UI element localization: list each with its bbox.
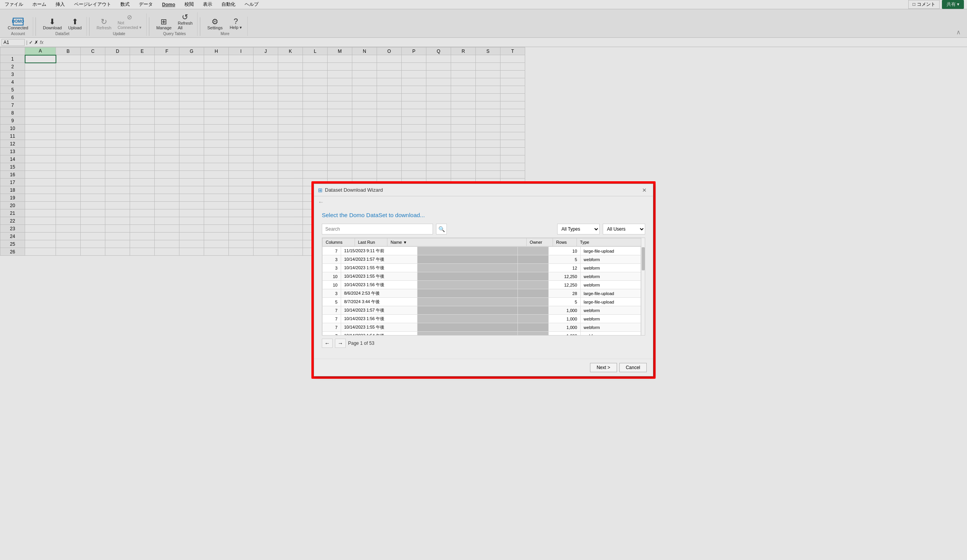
table-row[interactable]: 710/14/2023 1:56 午後1,000webform <box>323 315 641 323</box>
modal-close-button[interactable]: ✕ <box>640 186 649 194</box>
table-cell <box>517 332 548 336</box>
table-cell <box>417 315 517 323</box>
modal-subtitle: Select the Domo DataSet to download... <box>322 212 645 218</box>
table-cell: webform <box>580 272 641 281</box>
table-cell: 10/14/2023 1:55 午後 <box>341 323 417 332</box>
user-filter-select[interactable]: All Users <box>603 224 645 234</box>
table-row[interactable]: 710/14/2023 1:54 午後1,000webform <box>323 332 641 336</box>
table-row[interactable]: 310/14/2023 1:57 午後5webform <box>323 255 641 264</box>
modal-title-area: ⊞ Dataset Download Wizard <box>318 187 383 193</box>
table-cell <box>417 323 517 332</box>
col-header-name: Name ▼ <box>387 238 527 246</box>
table-cell: 5 <box>548 298 580 306</box>
modal-back-button[interactable]: ← <box>318 199 324 206</box>
search-button[interactable]: 🔍 <box>436 224 447 234</box>
modal-nav: ← <box>314 196 653 208</box>
table-cell <box>417 247 517 255</box>
table-cell <box>517 323 548 332</box>
table-cell: 10/14/2023 1:56 午後 <box>341 315 417 323</box>
table-row[interactable]: 1010/14/2023 1:56 午後12,250webform <box>323 281 641 289</box>
table-cell: 1,000 <box>548 315 580 323</box>
table-row[interactable]: 710/14/2023 1:55 午後1,000webform <box>323 323 641 332</box>
table-cell <box>417 289 517 298</box>
table-cell: large-file-upload <box>580 289 641 298</box>
table-cell: 5 <box>323 298 341 306</box>
table-cell <box>417 298 517 306</box>
table-row[interactable]: 58/7/2024 3:44 午後5large-file-upload <box>323 298 641 306</box>
table-cell: 10/14/2023 1:57 午後 <box>341 306 417 315</box>
prev-page-button[interactable]: ← <box>322 339 333 348</box>
table-cell: webform <box>580 332 641 336</box>
table-cell: webform <box>580 323 641 332</box>
table-cell <box>517 272 548 281</box>
table-cell: webform <box>580 264 641 272</box>
table-cell: 12,250 <box>548 272 580 281</box>
search-input[interactable] <box>322 224 433 234</box>
table-cell: large-file-upload <box>580 247 641 255</box>
table-cell: 7 <box>323 323 341 332</box>
table-row[interactable]: 38/6/2024 2:53 午後28large-file-upload <box>323 289 641 298</box>
modal-footer: Next > Cancel <box>314 359 653 376</box>
table-cell: 7 <box>323 315 341 323</box>
table-cell <box>517 255 548 264</box>
table-cell: 1,000 <box>548 332 580 336</box>
table-cell <box>517 315 548 323</box>
next-page-button[interactable]: → <box>335 339 346 348</box>
scroll-col <box>641 238 645 246</box>
cancel-button[interactable]: Cancel <box>619 363 647 372</box>
table-cell: webform <box>580 255 641 264</box>
table-cell: 10/14/2023 1:57 午後 <box>341 255 417 264</box>
table-row[interactable]: 711/15/2023 9:11 午前10large-file-upload <box>323 247 641 255</box>
table-cell: large-file-upload <box>580 298 641 306</box>
table-row[interactable]: 1010/14/2023 1:55 午後12,250webform <box>323 272 641 281</box>
table-cell: 10/14/2023 1:55 午後 <box>341 272 417 281</box>
table-cell: 7 <box>323 332 341 336</box>
pagination: ← → Page 1 of 53 <box>322 336 645 351</box>
table-cell: 10/14/2023 1:56 午後 <box>341 281 417 289</box>
dataset-download-wizard: ⊞ Dataset Download Wizard ✕ ← Select the… <box>314 184 653 376</box>
table-cell: 3 <box>323 264 341 272</box>
table-cell: webform <box>580 281 641 289</box>
table-cell: 8/6/2024 2:53 午後 <box>341 289 417 298</box>
col-header-type: Type <box>577 238 641 246</box>
modal-overlay: ⊞ Dataset Download Wizard ✕ ← Select the… <box>0 0 967 560</box>
table-cell: 12,250 <box>548 281 580 289</box>
table-cell <box>417 281 517 289</box>
table-cell: 1,000 <box>548 323 580 332</box>
table-cell: 5 <box>548 255 580 264</box>
col-header-owner: Owner <box>526 238 553 246</box>
table-cell <box>417 332 517 336</box>
table-cell <box>517 281 548 289</box>
table-row[interactable]: 710/14/2023 1:57 午後1,000webform <box>323 306 641 315</box>
table-cell: 1,000 <box>548 306 580 315</box>
table-cell: 12 <box>548 264 580 272</box>
table-cell <box>417 306 517 315</box>
table-cell: webform <box>580 306 641 315</box>
type-filter-select[interactable]: All Types <box>557 224 600 234</box>
table-row[interactable]: 310/14/2023 1:55 午後12webform <box>323 264 641 272</box>
table-cell <box>517 289 548 298</box>
dataset-table-container: Columns Last Run Name ▼ Owner Rows Type <box>322 238 645 336</box>
dataset-rows-table[interactable]: 711/15/2023 9:11 午前10large-file-upload31… <box>322 246 641 335</box>
modal-title-text: Dataset Download Wizard <box>325 187 383 193</box>
modal-red-border: ⊞ Dataset Download Wizard ✕ ← Select the… <box>311 181 656 379</box>
table-cell: 10 <box>323 272 341 281</box>
col-header-columns: Columns <box>323 238 355 246</box>
table-cell: 10 <box>323 281 341 289</box>
table-cell: 10/14/2023 1:55 午後 <box>341 264 417 272</box>
table-scrollbar[interactable] <box>641 246 645 335</box>
table-cell: 10 <box>548 247 580 255</box>
table-cell <box>417 255 517 264</box>
dataset-table: Columns Last Run Name ▼ Owner Rows Type <box>322 238 645 246</box>
next-button[interactable]: Next > <box>590 363 617 372</box>
table-cell: 7 <box>323 247 341 255</box>
table-cell <box>417 272 517 281</box>
table-cell <box>517 298 548 306</box>
table-cell <box>417 264 517 272</box>
table-cell <box>517 247 548 255</box>
table-scroll-area: 711/15/2023 9:11 午前10large-file-upload31… <box>322 246 645 335</box>
table-cell <box>517 306 548 315</box>
modal-body: Select the Domo DataSet to download... 🔍… <box>314 208 653 359</box>
search-row: 🔍 All Types All Users <box>322 224 645 234</box>
table-cell <box>517 264 548 272</box>
